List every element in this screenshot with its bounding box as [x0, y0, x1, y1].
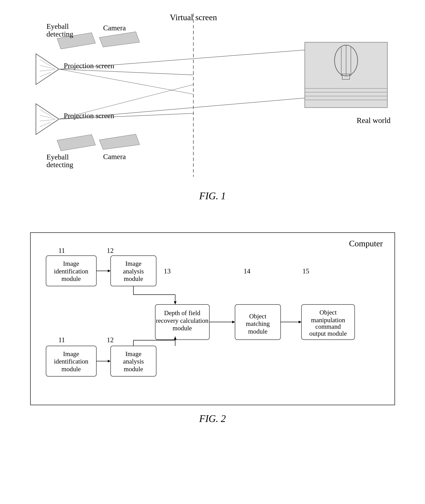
svg-line-9 [40, 65, 55, 69]
svg-text:detecting: detecting [46, 161, 73, 169]
svg-text:identification: identification [54, 268, 88, 275]
svg-text:Eyeball: Eyeball [46, 153, 69, 161]
svg-text:Object: Object [319, 309, 337, 316]
svg-text:Camera: Camera [103, 24, 126, 32]
svg-marker-55 [108, 269, 111, 272]
svg-text:recovery calculation: recovery calculation [156, 317, 209, 324]
svg-marker-13 [36, 104, 59, 134]
svg-marker-19 [57, 134, 95, 151]
svg-text:Image: Image [125, 260, 141, 267]
svg-text:15: 15 [302, 267, 309, 275]
svg-text:11: 11 [58, 247, 65, 254]
svg-marker-20 [99, 134, 139, 149]
svg-text:detecting: detecting [46, 30, 73, 38]
svg-marker-69 [232, 321, 235, 323]
svg-text:14: 14 [244, 267, 250, 275]
svg-text:13: 13 [164, 267, 171, 275]
svg-line-16 [40, 120, 55, 121]
svg-text:Eyeball: Eyeball [46, 22, 69, 30]
fig1-label: FIG. 1 [199, 190, 226, 202]
svg-text:output module: output module [309, 330, 347, 337]
svg-text:12: 12 [107, 247, 114, 254]
svg-text:matching: matching [246, 320, 270, 327]
svg-text:module: module [173, 324, 192, 332]
svg-text:module: module [124, 365, 143, 373]
svg-line-17 [40, 122, 51, 127]
svg-text:Image: Image [63, 350, 79, 357]
svg-text:Camera: Camera [103, 153, 126, 161]
svg-text:module: module [248, 328, 267, 335]
svg-marker-75 [299, 321, 301, 323]
svg-text:Virtual screen: Virtual screen [170, 13, 217, 22]
svg-text:command: command [315, 323, 341, 330]
svg-text:module: module [61, 365, 81, 373]
svg-marker-63 [174, 301, 177, 305]
svg-text:Real world: Real world [357, 116, 391, 125]
fig2-box: Computer 11 12 13 14 15 11 12 Image iden… [30, 232, 395, 405]
svg-line-40 [59, 98, 305, 119]
svg-line-42 [59, 85, 193, 119]
svg-text:manipulation: manipulation [311, 316, 345, 323]
svg-marker-7 [36, 54, 59, 85]
svg-line-15 [40, 115, 55, 119]
svg-text:analysis: analysis [123, 268, 144, 275]
fig1-diagram: Virtual screen Eyeball detecting Camera [30, 12, 395, 184]
svg-text:identification: identification [54, 358, 88, 365]
fig2-label: FIG. 2 [199, 413, 226, 424]
computer-label: Computer [349, 239, 383, 249]
svg-line-11 [40, 72, 51, 77]
svg-text:module: module [124, 275, 143, 282]
svg-line-38 [59, 50, 305, 69]
fig2-section: Computer 11 12 13 14 15 11 12 Image iden… [15, 232, 410, 440]
svg-text:Projection screen: Projection screen [64, 62, 114, 70]
svg-text:analysis: analysis [123, 358, 144, 365]
fig1-section: Virtual screen Eyeball detecting Camera [15, 12, 410, 217]
svg-marker-86 [108, 360, 111, 363]
svg-text:module: module [61, 275, 81, 282]
svg-text:Object: Object [249, 313, 266, 320]
svg-text:11: 11 [58, 336, 65, 344]
svg-text:Depth of field: Depth of field [164, 309, 200, 316]
svg-line-41 [59, 69, 193, 94]
svg-text:Image: Image [125, 350, 141, 357]
svg-text:Image: Image [63, 260, 79, 267]
svg-line-10 [40, 70, 55, 71]
svg-line-37 [59, 69, 193, 75]
svg-text:12: 12 [107, 336, 114, 344]
svg-marker-3 [99, 32, 139, 47]
